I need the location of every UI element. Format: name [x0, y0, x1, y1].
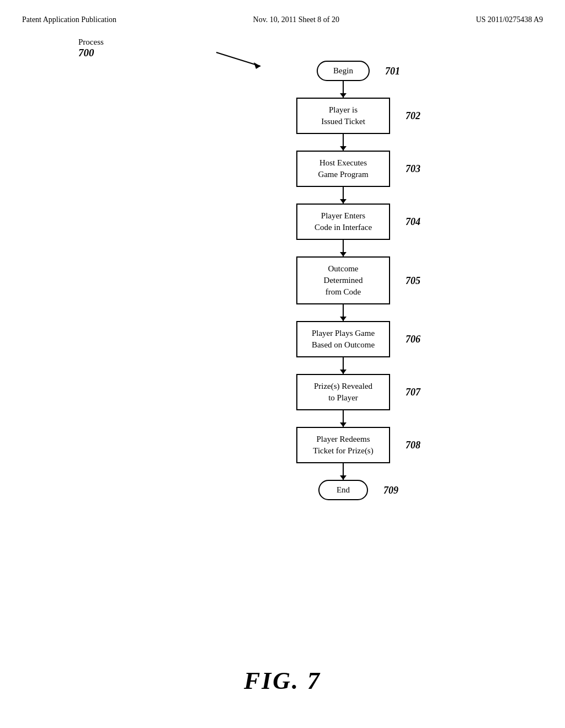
arrow-7 — [343, 410, 344, 427]
process-label: Process 700 — [78, 38, 104, 59]
arrow-3 — [343, 187, 344, 204]
label-702: 702 — [406, 110, 420, 122]
rect-705: OutcomeDeterminedfrom Code — [296, 256, 390, 304]
rect-707: Prize(s) Revealedto Player — [296, 374, 390, 410]
process-number: 700 — [78, 47, 104, 59]
end-oval: End — [318, 480, 368, 500]
svg-line-0 — [216, 52, 260, 66]
label-704: 704 — [406, 216, 420, 228]
header-right: US 2011/0275438 A9 — [476, 15, 543, 24]
svg-marker-1 — [254, 62, 260, 69]
node-707: Prize(s) Revealedto Player 707 — [296, 374, 390, 410]
node-704: Player EntersCode in Interface 704 — [296, 204, 390, 240]
node-708: Player RedeemsTicket for Prize(s) 708 — [296, 427, 390, 463]
begin-oval: Begin — [317, 61, 370, 81]
rect-703: Host ExecutesGame Program — [296, 151, 390, 187]
fig-label: FIG. 7 — [244, 667, 321, 695]
page-header: Patent Application Publication Nov. 10, … — [0, 0, 565, 24]
node-702: Player isIssued Ticket 702 — [296, 98, 390, 134]
label-708: 708 — [406, 440, 420, 451]
flowchart: Begin 701 Player isIssued Ticket 702 Hos… — [260, 61, 426, 500]
header-left: Patent Application Publication — [22, 15, 116, 24]
rect-704: Player EntersCode in Interface — [296, 204, 390, 240]
rect-702: Player isIssued Ticket — [296, 98, 390, 134]
arrow-2 — [343, 134, 344, 151]
label-709: 709 — [383, 484, 398, 496]
node-706: Player Plays GameBased on Outcome 706 — [296, 321, 390, 357]
label-706: 706 — [406, 334, 420, 345]
arrow-4 — [343, 240, 344, 256]
node-703: Host ExecutesGame Program 703 — [296, 151, 390, 187]
arrow-1 — [343, 81, 344, 98]
node-709: End 709 — [318, 480, 368, 500]
arrow-6 — [343, 357, 344, 374]
arrow-8 — [343, 463, 344, 480]
label-705: 705 — [406, 275, 420, 286]
rect-706: Player Plays GameBased on Outcome — [296, 321, 390, 357]
label-701: 701 — [385, 65, 400, 77]
node-705: OutcomeDeterminedfrom Code 705 — [296, 256, 390, 304]
node-701: Begin 701 — [317, 61, 370, 81]
header-center: Nov. 10, 2011 Sheet 8 of 20 — [253, 15, 339, 24]
arrow-5 — [343, 304, 344, 321]
label-707: 707 — [406, 387, 420, 398]
rect-708: Player RedeemsTicket for Prize(s) — [296, 427, 390, 463]
label-703: 703 — [406, 163, 420, 175]
entry-arrow-svg — [216, 52, 266, 69]
process-text: Process — [78, 38, 104, 47]
